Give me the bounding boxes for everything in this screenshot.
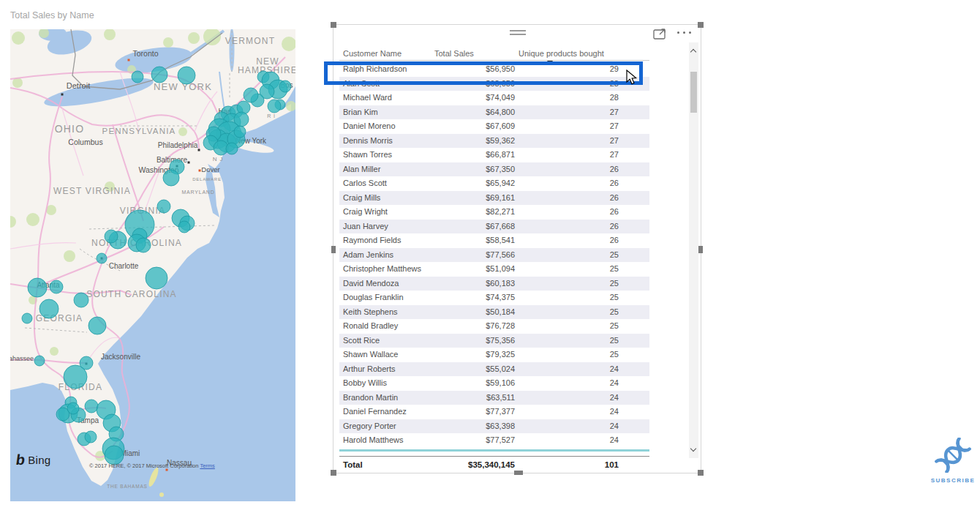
table-row[interactable]: Bobby Willis$59,10624 — [339, 376, 649, 391]
sales-bubble[interactable] — [146, 267, 167, 289]
table-header[interactable]: Customer Name Total Sales Unique product… — [339, 48, 649, 60]
sales-bubble[interactable] — [244, 88, 258, 102]
table-row[interactable]: Dennis Morris$59,36227 — [339, 134, 649, 149]
sales-bubble[interactable] — [88, 317, 106, 334]
table-scrollbar[interactable] — [689, 42, 698, 458]
cell: $59,362 — [434, 136, 515, 145]
cell: $67,609 — [434, 121, 515, 130]
table-row[interactable]: Daniel Fernandez$77,37724 — [339, 405, 649, 419]
cell: 25 — [529, 321, 619, 330]
cell: $58,541 — [434, 236, 515, 244]
terms-link[interactable]: Terms — [200, 463, 214, 469]
cell: 25 — [529, 293, 619, 302]
sales-bubble[interactable] — [28, 278, 47, 297]
column-header-unique-products[interactable]: Unique products bought — [519, 49, 604, 58]
map-label-west-virginia: WEST VIRGINIA — [53, 186, 131, 196]
scroll-down-icon[interactable] — [690, 446, 696, 452]
cell: Alan Miller — [343, 165, 380, 173]
more-options-icon[interactable] — [677, 31, 695, 37]
table-row[interactable]: Adam Jenkins$77,56625 — [339, 248, 649, 263]
table-row[interactable]: Carlos Scott$65,94226 — [339, 176, 649, 191]
sales-bubble[interactable] — [105, 230, 118, 243]
map-label-toronto: Toronto — [132, 49, 158, 58]
scrollbar-thumb[interactable] — [690, 72, 697, 113]
sales-bubble[interactable] — [67, 402, 79, 414]
sales-bubble[interactable] — [50, 280, 63, 293]
sales-bubble[interactable] — [178, 67, 195, 84]
sales-bubble[interactable] — [85, 431, 97, 443]
table-row[interactable]: Craig Wright$82,27126 — [339, 205, 649, 220]
drag-handle-icon[interactable] — [510, 30, 526, 37]
table-row[interactable]: Douglas Franklin$74,37525 — [339, 291, 649, 305]
map-label-detroit: Detroit — [67, 81, 90, 90]
table-row[interactable]: Daniel Moreno$67,60927 — [339, 119, 649, 134]
resize-handle-mid-left[interactable] — [331, 246, 336, 253]
sales-bubble[interactable] — [39, 299, 59, 318]
sales-bubble[interactable] — [85, 400, 98, 413]
cell: Craig Mills — [343, 193, 380, 202]
sales-bubble[interactable] — [268, 100, 281, 113]
cell: 28 — [529, 93, 619, 102]
cell: Daniel Fernandez — [343, 407, 407, 416]
cell: 24 — [529, 378, 619, 387]
table-row[interactable]: Alan Scott$68,05928 — [339, 77, 649, 91]
sales-bubble[interactable] — [22, 313, 32, 323]
column-header-total-sales[interactable]: Total Sales — [434, 49, 474, 58]
sales-bubble[interactable] — [97, 253, 107, 263]
resize-handle-bottom-right[interactable] — [698, 470, 704, 476]
sales-bubble[interactable] — [234, 126, 246, 138]
sales-bubble[interactable] — [178, 221, 190, 233]
resize-handle-mid-right[interactable] — [698, 246, 703, 253]
resize-handle-top-right[interactable] — [698, 22, 704, 28]
table-row[interactable]: Arthur Roberts$55,02424 — [339, 362, 649, 377]
cell: Brian Kim — [343, 108, 378, 116]
resize-handle-top-left[interactable] — [331, 22, 336, 28]
sales-bubble[interactable] — [64, 365, 87, 389]
column-header-customer-name[interactable]: Customer Name — [343, 49, 402, 58]
cell: $77,566 — [434, 250, 515, 259]
table-row[interactable]: Juan Harvey$67,66826 — [339, 220, 649, 234]
scroll-up-icon[interactable] — [690, 49, 696, 55]
table-row[interactable]: Craig Mills$69,16126 — [339, 191, 649, 206]
table-row[interactable]: Shawn Wallace$79,32525 — [339, 348, 649, 362]
resize-handle-bottom-left[interactable] — [331, 470, 336, 476]
sales-bubble[interactable] — [226, 143, 238, 154]
table-row[interactable]: Brian Kim$64,80027 — [339, 105, 649, 120]
table-row[interactable]: David Mendoza$60,18325 — [339, 277, 649, 291]
sales-bubble[interactable] — [163, 170, 179, 186]
sales-bubble[interactable] — [136, 238, 151, 252]
table-row[interactable]: Ronald Bradley$76,72825 — [339, 319, 649, 334]
subscribe-watermark[interactable]: SUBSCRIBE — [927, 438, 979, 484]
table-row[interactable]: Michael Ward$74,04928 — [339, 91, 649, 105]
sales-bubble[interactable] — [157, 200, 170, 213]
table-row[interactable]: Scott Rice$75,35625 — [339, 334, 649, 348]
table-body: Ralph Richardson$56,95029Alan Scott$68,0… — [339, 62, 649, 448]
table-row[interactable]: Alan Miller$67,35026 — [339, 162, 649, 177]
sales-bubble[interactable] — [151, 67, 167, 83]
table-row[interactable]: Shawn Torres$66,87127 — [339, 148, 649, 162]
table-row[interactable]: Brandon Martin$63,51124 — [339, 391, 649, 405]
focus-mode-icon[interactable] — [653, 28, 668, 40]
header-divider — [339, 60, 649, 61]
map-visual[interactable]: OHIOPENNSYLVANIANEW YORKVERMONTNEWHAMPSH… — [10, 29, 295, 501]
cell: Dennis Morris — [343, 136, 393, 145]
table-row[interactable]: Christopher Matthews$51,09425 — [339, 262, 649, 277]
cell: 29 — [529, 64, 619, 73]
cell: Shawn Wallace — [343, 350, 398, 359]
table-row[interactable]: Harold Matthews$77,52724 — [339, 433, 649, 448]
table-row[interactable]: Gregory Porter$63,39824 — [339, 419, 649, 434]
cell: 26 — [529, 236, 619, 244]
sales-bubble[interactable] — [279, 80, 291, 92]
sales-bubble[interactable] — [34, 356, 45, 366]
table-row[interactable]: Keith Stephens$50,18425 — [339, 305, 649, 320]
cell: 26 — [529, 179, 619, 187]
bing-map[interactable]: OHIOPENNSYLVANIANEW YORKVERMONTNEWHAMPSH… — [10, 29, 295, 501]
table-visual[interactable]: Customer Name Total Sales Unique product… — [333, 24, 701, 473]
cell: Juan Harvey — [343, 222, 388, 231]
table-row[interactable]: Ralph Richardson$56,95029 — [339, 62, 649, 77]
sales-bubble[interactable] — [74, 293, 88, 307]
table-row[interactable]: Raymond Fields$58,54126 — [339, 233, 649, 248]
sales-bubble[interactable] — [132, 71, 143, 83]
cell: Alan Scott — [343, 79, 380, 88]
bing-logo[interactable]: b Bing — [16, 452, 50, 467]
